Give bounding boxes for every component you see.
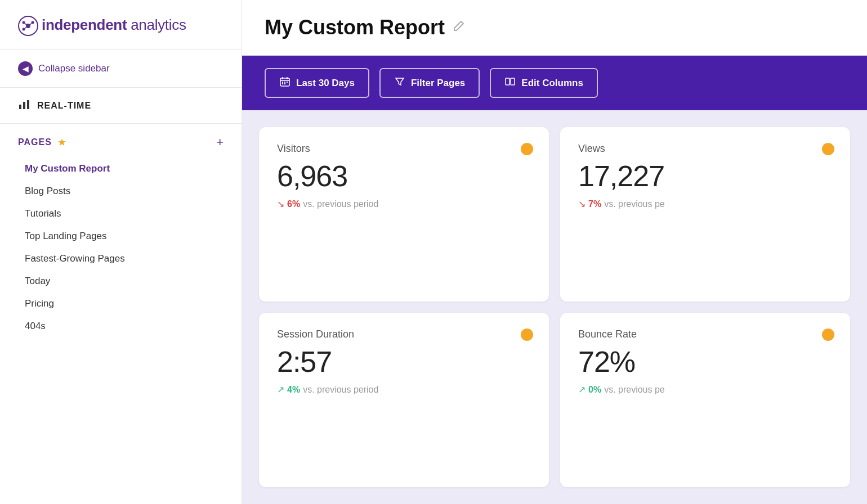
views-pct: 7% — [588, 199, 601, 209]
visitors-card: Visitors 6,963 ↘ 6% vs. previous period — [259, 127, 549, 302]
bounce-value: 72% — [578, 347, 832, 376]
svg-rect-19 — [284, 83, 285, 84]
svg-rect-8 — [19, 105, 21, 109]
visitors-pct: 6% — [287, 199, 300, 209]
pages-section: PAGES ★ + My Custom Report Blog Posts Tu… — [0, 124, 242, 504]
realtime-icon — [18, 98, 30, 113]
logo-product: analytics — [127, 16, 186, 33]
calendar-icon — [279, 76, 291, 90]
metrics-grid: Visitors 6,963 ↘ 6% vs. previous period … — [242, 110, 867, 504]
session-label: Session Duration — [277, 328, 531, 340]
edit-columns-label: Edit Columns — [521, 78, 583, 89]
page-title: My Custom Report — [265, 16, 445, 39]
logo-area: independent analytics — [0, 0, 242, 50]
session-value: 2:57 — [277, 347, 531, 376]
bar-chart-icon — [18, 98, 30, 110]
bounce-vs-text: vs. previous pe — [604, 385, 665, 395]
visitors-arrow-icon: ↘ — [277, 199, 284, 209]
sidebar: independent analytics ◀ Collapse sidebar… — [0, 0, 242, 504]
collapse-label: Collapse sidebar — [38, 63, 110, 74]
views-value: 17,227 — [578, 161, 832, 191]
session-vs-text: vs. previous period — [303, 385, 378, 395]
pages-star-icon: ★ — [57, 136, 66, 148]
columns-icon — [504, 76, 516, 90]
logo: independent analytics — [18, 16, 186, 33]
logo-brand: independent — [42, 16, 127, 33]
svg-rect-17 — [287, 82, 288, 83]
logo-icon — [18, 16, 38, 36]
svg-line-5 — [25, 24, 26, 25]
svg-line-7 — [25, 27, 26, 29]
collapse-icon: ◀ — [18, 61, 33, 76]
sidebar-item-pricing[interactable]: Pricing — [0, 292, 242, 315]
views-card: Views 17,227 ↘ 7% vs. previous pe — [560, 127, 850, 302]
session-status-dot — [521, 328, 533, 341]
visitors-vs-text: vs. previous period — [303, 199, 378, 209]
sidebar-item-today[interactable]: Today — [0, 270, 242, 292]
bounce-status-dot — [822, 328, 834, 341]
svg-rect-18 — [282, 83, 283, 84]
realtime-nav-item[interactable]: REAL-TIME — [0, 88, 242, 124]
main-content: My Custom Report L — [242, 0, 867, 504]
svg-point-1 — [26, 24, 30, 28]
edit-columns-button[interactable]: Edit Columns — [490, 68, 598, 98]
visitors-label: Visitors — [277, 143, 531, 155]
collapse-sidebar-button[interactable]: ◀ Collapse sidebar — [0, 50, 242, 88]
bounce-label: Bounce Rate — [578, 328, 832, 340]
sidebar-item-404s[interactable]: 404s — [0, 315, 242, 338]
svg-rect-21 — [511, 78, 515, 85]
toolbar: Last 30 Days Filter Pages Edit Columns — [242, 56, 867, 110]
svg-rect-16 — [284, 82, 285, 83]
pages-title: PAGES — [18, 137, 52, 147]
svg-point-2 — [23, 21, 25, 24]
svg-rect-10 — [27, 100, 29, 109]
session-change: ↗ 4% vs. previous period — [277, 384, 531, 395]
filter-pages-button[interactable]: Filter Pages — [379, 68, 480, 98]
views-label: Views — [578, 143, 832, 155]
session-arrow-icon: ↗ — [277, 384, 284, 395]
bounce-rate-card: Bounce Rate 72% ↗ 0% vs. previous pe — [560, 313, 850, 487]
views-status-dot — [822, 143, 834, 155]
sidebar-item-blog-posts[interactable]: Blog Posts — [0, 180, 242, 202]
pages-header: PAGES ★ + — [0, 135, 242, 158]
filter-pages-label: Filter Pages — [411, 78, 465, 89]
session-pct: 4% — [287, 385, 300, 395]
filter-icon — [394, 76, 405, 90]
views-change: ↘ 7% vs. previous pe — [578, 199, 832, 209]
bounce-change: ↗ 0% vs. previous pe — [578, 384, 832, 395]
edit-title-icon[interactable] — [453, 20, 465, 35]
sidebar-item-fastest-growing[interactable]: Fastest-Growing Pages — [0, 248, 242, 270]
main-header: My Custom Report — [242, 0, 867, 56]
visitors-value: 6,963 — [277, 161, 531, 191]
svg-point-4 — [23, 28, 25, 31]
visitors-status-dot — [521, 143, 533, 155]
visitors-change: ↘ 6% vs. previous period — [277, 199, 531, 209]
pages-add-button[interactable]: + — [216, 135, 224, 150]
bounce-arrow-icon: ↗ — [578, 384, 586, 395]
svg-rect-15 — [282, 82, 283, 83]
sidebar-item-my-custom-report[interactable]: My Custom Report — [0, 158, 242, 180]
bounce-pct: 0% — [588, 385, 601, 395]
date-range-button[interactable]: Last 30 Days — [265, 68, 369, 98]
svg-rect-9 — [23, 102, 25, 109]
svg-line-6 — [30, 24, 32, 25]
sidebar-item-top-landing[interactable]: Top Landing Pages — [0, 225, 242, 248]
svg-rect-20 — [506, 78, 510, 85]
svg-point-3 — [32, 21, 34, 24]
date-range-label: Last 30 Days — [296, 78, 355, 89]
realtime-label: REAL-TIME — [37, 101, 91, 111]
views-vs-text: vs. previous pe — [604, 199, 665, 209]
views-arrow-icon: ↘ — [578, 199, 586, 209]
sidebar-item-tutorials[interactable]: Tutorials — [0, 202, 242, 225]
session-duration-card: Session Duration 2:57 ↗ 4% vs. previous … — [259, 313, 549, 487]
